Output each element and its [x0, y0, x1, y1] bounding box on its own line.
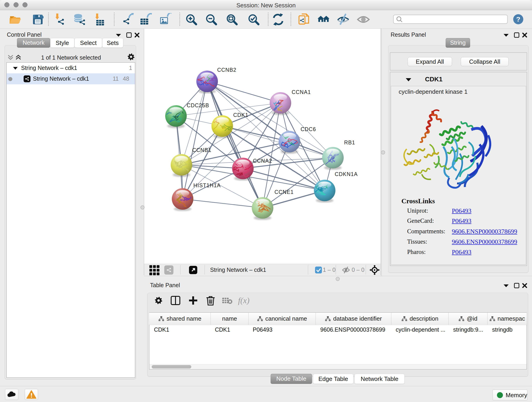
- svg-text:CDK1: CDK1: [233, 112, 248, 118]
- svg-text:CDC25B: CDC25B: [187, 102, 209, 108]
- svg-text:RB1: RB1: [344, 140, 355, 146]
- svg-text:CCNE1: CCNE1: [274, 189, 294, 195]
- svg-text:HIST1H1A: HIST1H1A: [193, 182, 221, 188]
- svg-text:CDKN1A: CDKN1A: [335, 171, 358, 177]
- svg-text:CCNA2: CCNA2: [253, 158, 272, 164]
- svg-text:CCNB2: CCNB2: [217, 67, 236, 73]
- svg-text:CCNA1: CCNA1: [292, 89, 311, 95]
- svg-text:CCNB1: CCNB1: [192, 147, 211, 153]
- svg-text:CDC6: CDC6: [301, 126, 316, 132]
